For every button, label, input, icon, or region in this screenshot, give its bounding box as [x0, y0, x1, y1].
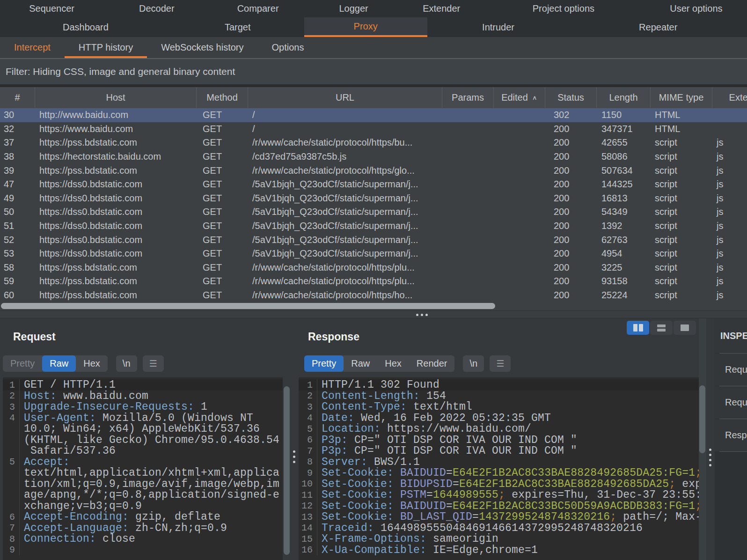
code-segment: Accept: [24, 456, 70, 468]
response-tab-raw[interactable]: Raw [344, 355, 377, 372]
request-tab-hex[interactable]: Hex [76, 355, 108, 372]
cell-host: https://pss.bdstatic.com [35, 274, 197, 288]
line-number: 11 [299, 490, 313, 501]
code-segment: X-Ua-Compatible: [322, 544, 426, 556]
cell-method: GET [197, 219, 248, 233]
code-text: Set-Cookie: BD_LAST_QID=1437299524874832… [317, 511, 699, 523]
cell-mime: HTML [651, 122, 712, 136]
column-header-edited[interactable]: Edited∧ [494, 87, 545, 108]
request-response-splitter[interactable] [291, 318, 299, 560]
request-tab-pretty[interactable]: Pretty [3, 355, 42, 372]
table-row[interactable]: 39https://pss.bdstatic.comGET/r/www/cach… [0, 163, 747, 177]
column-header-method[interactable]: Method [197, 87, 248, 108]
tab-proxy[interactable]: Proxy [304, 17, 427, 37]
tab-project-options[interactable]: Project options [482, 0, 645, 17]
tab-dashboard[interactable]: Dashboard [0, 17, 171, 37]
code-text: X-Ua-Compatible: IE=Edge,chrome=1 [317, 544, 538, 556]
request-scrollbar-thumb[interactable] [284, 386, 290, 555]
request-linefeed-toggle[interactable]: \n [116, 355, 137, 372]
table-row[interactable]: 59https://pss.bdstatic.comGET/r/www/cach… [0, 274, 747, 288]
line-number: 2 [3, 391, 15, 401]
tab-websockets-history[interactable]: WebSockets history [147, 37, 257, 58]
table-row[interactable]: 53https://dss0.bdstatic.comGET/5aV1bjqh_… [0, 247, 747, 261]
layout-columns-button[interactable] [627, 321, 649, 335]
line-number: 12 [299, 501, 313, 511]
cell-edited [494, 150, 545, 164]
table-row[interactable]: 60https://pss.bdstatic.comGET/r/www/cach… [0, 288, 747, 302]
cell-mime: script [651, 136, 712, 150]
layout-single-button[interactable] [674, 321, 696, 335]
inspector-section-response-headers[interactable]: Response Headers [715, 419, 747, 451]
code-segment: = [453, 478, 459, 490]
response-code[interactable]: 1HTTP/1.1 302 Found2Content-Length: 1543… [299, 377, 699, 560]
response-scrollbar-thumb[interactable] [699, 385, 705, 453]
table-row[interactable]: 52https://dss0.bdstatic.comGET/5aV1bjqh_… [0, 233, 747, 247]
tab-logger[interactable]: Logger [306, 0, 401, 17]
table-row[interactable]: 32https://www.baidu.comGET/200347371HTML [0, 122, 747, 136]
code-segment: text/html [407, 401, 472, 413]
columns-layout-icon [639, 324, 643, 332]
tab-intercept[interactable]: Intercept [0, 37, 65, 58]
code-segment: User-Agent: [24, 412, 96, 424]
column-header-params[interactable]: Params [442, 87, 494, 108]
tab-sequencer[interactable]: Sequencer [0, 0, 103, 17]
column-header-number[interactable]: # [0, 87, 35, 108]
response-tab-render[interactable]: Render [409, 355, 455, 372]
tab-options[interactable]: Options [258, 37, 318, 58]
inspector-splitter[interactable] [706, 318, 715, 560]
code-segment [394, 478, 400, 490]
cell-host: http://www.baidu.com [35, 108, 197, 122]
inspector-header[interactable]: INSPECTOR [715, 318, 747, 353]
column-header-mime-type[interactable]: MIME type [651, 87, 712, 108]
table-row[interactable]: 37https://pss.bdstatic.comGET/r/www/cach… [0, 136, 747, 150]
tab-extender[interactable]: Extender [401, 0, 482, 17]
cell-num: 53 [0, 247, 35, 261]
cell-status: 200 [545, 288, 597, 302]
code-segment [394, 500, 400, 512]
line-number: 3 [3, 402, 15, 413]
horizontal-scrollbar-thumb[interactable] [1, 303, 495, 309]
column-header-extension[interactable]: Extension [712, 87, 747, 108]
tab-decoder[interactable]: Decoder [103, 0, 210, 17]
cell-host: https://www.baidu.com [35, 122, 197, 136]
table-row[interactable]: 38https://hectorstatic.baidu.comGET/cd37… [0, 150, 747, 164]
cell-ext: js [712, 205, 747, 219]
inspector-section-request-headers[interactable]: Request Headers [715, 386, 747, 419]
response-linefeed-toggle[interactable]: \n [463, 355, 484, 372]
response-tab-hex[interactable]: Hex [377, 355, 409, 372]
table-row[interactable]: 30http://www.baidu.comGET/3021150HTML [0, 108, 747, 122]
column-header-url[interactable]: URL [248, 87, 442, 108]
cell-length: 93158 [597, 274, 651, 288]
code-line: 6P3p: CP=" OTI DSP COR IVA OUR IND COM " [299, 435, 699, 446]
tab-comparer[interactable]: Comparer [210, 0, 306, 17]
layout-rows-button[interactable] [650, 321, 673, 335]
tab-user-options[interactable]: User options [645, 0, 747, 17]
column-header-host[interactable]: Host [35, 87, 197, 108]
cell-mime: script [651, 233, 712, 247]
tab-intruder[interactable]: Intruder [427, 17, 570, 37]
table-row[interactable]: 47https://dss0.bdstatic.comGET/5aV1bjqh_… [0, 177, 747, 192]
filter-bar[interactable]: Filter: Hiding CSS, image and general bi… [0, 58, 747, 84]
code-segment: 154 [420, 390, 446, 402]
table-row[interactable]: 58https://pss.bdstatic.comGET/r/www/cach… [0, 261, 747, 275]
request-tab-raw[interactable]: Raw [42, 355, 76, 372]
cell-length: 4954 [597, 247, 651, 261]
inspector-section-request-attributes[interactable]: Request Attributes [715, 354, 747, 386]
proxy-sub-tab-bar: Intercept HTTP history WebSockets histor… [0, 37, 747, 58]
code-text: Set-Cookie: BAIDUID=E64E2F1B2AC8C33BC50D… [317, 500, 699, 512]
request-menu-button[interactable]: ☰ [143, 355, 164, 372]
panel-splitter-horizontal[interactable] [0, 310, 747, 318]
request-code[interactable]: 1GET / HTTP/1.12Host: www.baidu.com3Upgr… [3, 377, 283, 560]
response-title: Response [308, 331, 359, 343]
cell-num: 50 [0, 205, 35, 219]
tab-target[interactable]: Target [171, 17, 304, 37]
tab-http-history[interactable]: HTTP history [65, 37, 147, 58]
tab-repeater[interactable]: Repeater [569, 17, 747, 37]
table-row[interactable]: 49https://dss0.bdstatic.comGET/5aV1bjqh_… [0, 192, 747, 206]
response-menu-button[interactable]: ☰ [490, 355, 511, 372]
table-row[interactable]: 51https://dss0.bdstatic.comGET/5aV1bjqh_… [0, 219, 747, 233]
column-header-status[interactable]: Status [545, 87, 597, 108]
response-tab-pretty[interactable]: Pretty [304, 355, 344, 372]
table-row[interactable]: 50https://dss0.bdstatic.comGET/5aV1bjqh_… [0, 205, 747, 219]
column-header-length[interactable]: Length [597, 87, 651, 108]
